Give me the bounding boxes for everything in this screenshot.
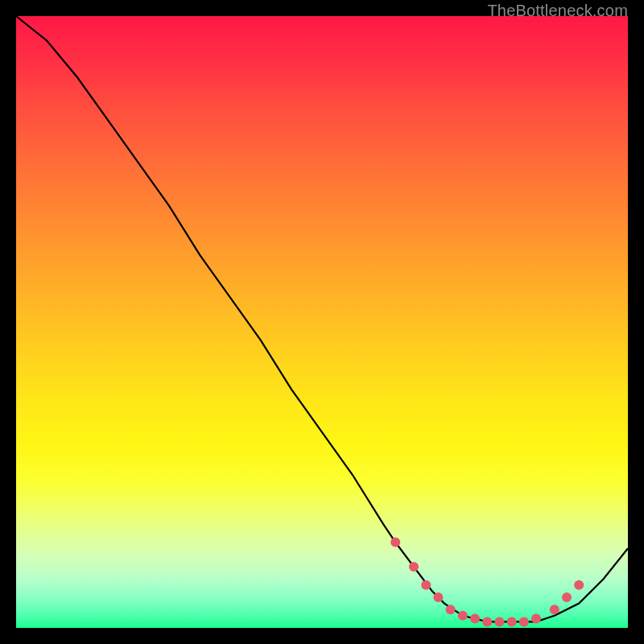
curve-marker: [550, 605, 559, 614]
curve-marker: [458, 611, 468, 621]
curve-marker: [446, 605, 456, 614]
curve-marker: [574, 580, 584, 590]
chart-container: TheBottleneck.com: [0, 0, 644, 644]
curve-marker: [507, 617, 517, 626]
curve-marker: [390, 538, 400, 547]
curve-marker: [494, 617, 504, 626]
curve-marker: [482, 617, 492, 626]
curve-marker: [531, 614, 541, 624]
curve-markers: [390, 538, 584, 627]
plot-area: [16, 16, 628, 628]
curve-marker: [433, 592, 443, 602]
curve-marker: [421, 580, 431, 590]
curve-marker: [470, 614, 480, 624]
chart-svg: [16, 16, 628, 628]
curve-marker: [519, 617, 529, 626]
curve-marker: [562, 592, 572, 602]
bottleneck-curve-line: [16, 16, 628, 621]
curve-marker: [409, 562, 419, 572]
